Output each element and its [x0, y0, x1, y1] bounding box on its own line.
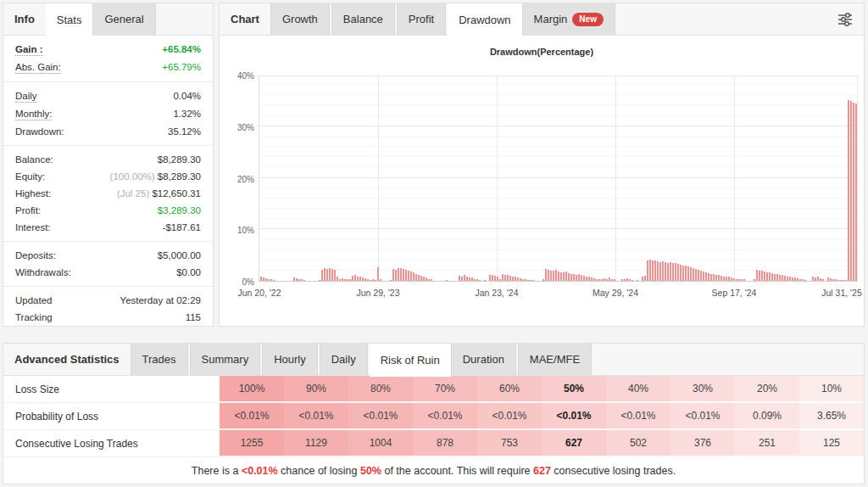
chart-settings-button[interactable]: [826, 3, 864, 35]
drawdown-bar: [357, 277, 359, 281]
drawdown-bar: [492, 275, 493, 281]
chart-tab-label: Drawdown: [459, 14, 510, 26]
stat-value-withdrawals: $0.00: [176, 266, 201, 278]
advstats-tab-label: MAE/MFE: [530, 353, 580, 366]
chart-tab-label: Profit: [409, 13, 434, 25]
table-cell: 40%: [606, 376, 670, 403]
drawdown-bar: [637, 280, 638, 281]
advstats-tab-summary[interactable]: Summary: [190, 344, 261, 375]
chart-tab-growth[interactable]: Growth: [270, 3, 330, 35]
advstats-tab-risk-of-ruin[interactable]: Risk of Ruin: [370, 344, 451, 377]
table-cell: <0.01%: [670, 403, 735, 430]
stats-tab-stats[interactable]: Stats: [46, 3, 93, 36]
advstats-tab-mae-mfe[interactable]: MAE/MFE: [518, 344, 592, 375]
drawdown-bar: [835, 279, 837, 281]
table-cell: 125: [799, 430, 864, 457]
stats-group-divider: [3, 241, 213, 242]
table-row: Consecutive Losing Trades125511291004878…: [3, 430, 864, 457]
drawdown-bar: [377, 267, 379, 281]
stat-row-highest: Highest:(Jul 25) $12,650.31: [3, 185, 213, 202]
drawdown-bar: [621, 279, 623, 281]
advstats-tab-trades[interactable]: Trades: [131, 344, 188, 375]
drawdown-bar: [527, 280, 529, 281]
chart-tab-chart[interactable]: Chart: [220, 3, 270, 35]
drawdown-bar: [731, 277, 732, 281]
drawdown-bar: [319, 280, 320, 281]
drawdown-bar: [787, 277, 788, 281]
stat-label-monthly[interactable]: Monthly:: [15, 108, 52, 120]
drawdown-bar: [334, 270, 336, 281]
stat-label-balance: Balance:: [15, 154, 53, 165]
drawdown-bar: [359, 277, 361, 281]
drawdown-bar: [662, 261, 664, 281]
stat-value-text: 1.32%: [173, 109, 201, 119]
advstats-tab-label: Hourly: [274, 353, 306, 366]
drawdown-bar: [420, 276, 422, 281]
drawdown-bar: [629, 279, 631, 281]
stat-label-deposits: Deposits:: [15, 249, 56, 261]
gridline-minor: [259, 218, 857, 219]
table-cell: <0.01%: [413, 403, 477, 430]
stat-label-gain[interactable]: Gain :: [15, 43, 43, 56]
drawdown-bar: [542, 279, 544, 281]
drawdown-bar: [588, 277, 590, 281]
drawdown-bar: [769, 272, 771, 281]
table-cell: <0.01%: [477, 403, 542, 430]
advstats-tab-label: Risk of Ruin: [381, 354, 440, 367]
drawdown-bar: [754, 279, 755, 281]
gridline-minor: [259, 136, 857, 137]
drawdown-bar: [804, 280, 806, 281]
stats-tab-info[interactable]: Info: [3, 3, 46, 35]
drawdown-bar: [728, 277, 730, 281]
chart-tab-balance[interactable]: Balance: [331, 3, 395, 35]
drawdown-bar: [649, 260, 651, 281]
new-badge: New: [572, 13, 604, 26]
table-cell: 502: [606, 430, 670, 457]
chart-tab-drawdown[interactable]: Drawdown: [448, 3, 521, 36]
table-cell: 60%: [477, 376, 542, 403]
drawdown-bar: [703, 271, 704, 281]
gridline-minor: [259, 84, 857, 85]
advstats-tab-advanced-statistics[interactable]: Advanced Statistics: [3, 344, 131, 375]
y-axis-tick: 20%: [224, 175, 254, 184]
drawdown-bar: [659, 262, 661, 281]
stat-label-daily[interactable]: Daily: [15, 90, 37, 103]
stat-label-abs-gain[interactable]: Abs. Gain:: [15, 61, 61, 74]
drawdown-bar: [502, 274, 504, 281]
table-cell: 10%: [799, 376, 864, 403]
drawdown-bar: [576, 275, 577, 281]
row-label: Consecutive Losing Trades: [3, 430, 220, 457]
table-cell: 50%: [542, 376, 606, 403]
table-cell: 90%: [284, 376, 348, 403]
chart-plot-area[interactable]: 40%30%20%10%0%Jun 20, '22Jun 29, '23Jan …: [259, 76, 858, 282]
drawdown-bar: [642, 277, 643, 281]
advstats-tab-hourly[interactable]: Hourly: [262, 344, 318, 375]
drawdown-bar: [337, 277, 338, 281]
drawdown-bar: [390, 280, 392, 281]
table-cell: 20%: [735, 376, 799, 403]
stats-tab-general[interactable]: General: [92, 3, 155, 35]
gridline-major: [259, 126, 857, 126]
drawdown-bar: [644, 276, 646, 281]
footer-text: of the account. This will require: [381, 465, 533, 477]
drawdown-bar: [568, 273, 570, 281]
drawdown-bar: [682, 266, 684, 281]
drawdown-bar: [604, 278, 605, 281]
drawdown-bar: [830, 278, 832, 281]
drawdown-bar: [710, 274, 712, 282]
advstats-tab-daily[interactable]: Daily: [320, 344, 368, 375]
gridline-major: [259, 228, 857, 229]
x-axis-tick: May 29, '24: [593, 288, 638, 298]
stat-value-text: $12,650.31: [152, 188, 201, 199]
stats-panel-tabbar: InfoStatsGeneral: [3, 3, 213, 36]
drawdown-bar: [766, 272, 768, 281]
drawdown-bar: [364, 278, 366, 281]
table-cell: 70%: [413, 376, 477, 403]
gridline-minor: [259, 94, 857, 95]
drawdown-bar: [413, 272, 415, 281]
chart-tab-profit[interactable]: Profit: [397, 3, 446, 35]
drawdown-bar: [400, 268, 402, 281]
chart-tab-margin[interactable]: MarginNew: [522, 3, 615, 35]
advstats-tab-duration[interactable]: Duration: [451, 344, 516, 375]
stat-value-text: +65.84%: [162, 44, 201, 54]
